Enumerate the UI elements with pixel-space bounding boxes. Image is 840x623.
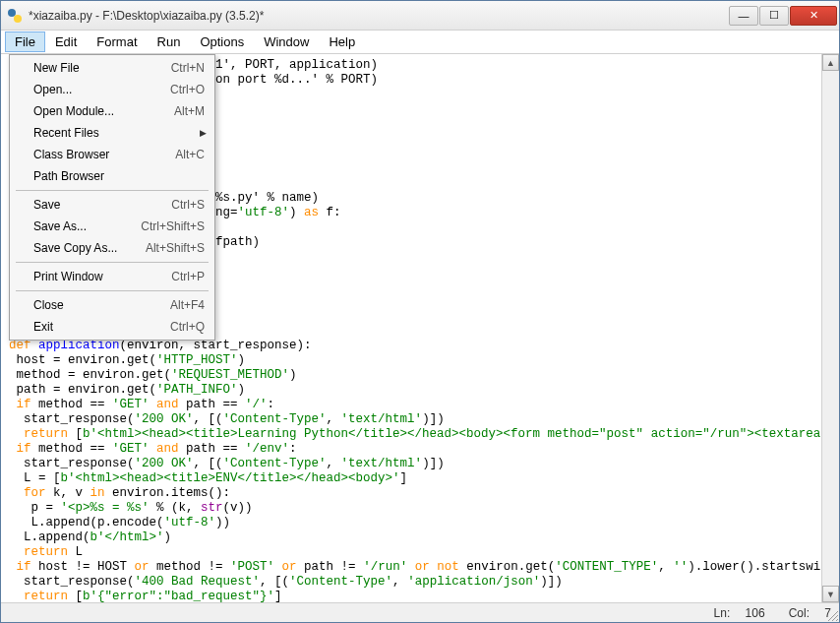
menu-options[interactable]: Options (190, 31, 254, 52)
submenu-arrow-icon: ▶ (200, 128, 207, 138)
menu-item-label: Print Window (33, 270, 159, 283)
code-text: %s.py' % name) (215, 191, 319, 205)
menu-item-label: Close (33, 298, 158, 312)
menu-item-label: Path Browser (33, 169, 205, 183)
statusbar: Ln: 106 Col: 7 (1, 602, 839, 622)
svg-point-1 (14, 15, 22, 23)
status-line: Ln: 106 (702, 606, 765, 620)
file-dropdown-menu: New FileCtrl+NOpen...Ctrl+OOpen Module..… (9, 54, 215, 341)
menu-item-save-copy-as[interactable]: Save Copy As...Alt+Shift+S (12, 237, 212, 259)
status-col: Col: 7 (777, 606, 831, 620)
app-window: *xiazaiba.py - F:\Desktop\xiazaiba.py (3… (0, 0, 840, 623)
code-text: 1', PORT, application) (215, 58, 378, 72)
menu-item-shortcut: Ctrl+P (171, 270, 205, 283)
resize-grip-icon[interactable] (826, 609, 838, 621)
content-area: 1', PORT, application) on port %d...' % … (1, 54, 839, 602)
menu-window[interactable]: Window (254, 31, 319, 52)
menu-item-shortcut: Alt+F4 (170, 298, 205, 312)
menu-item-new-file[interactable]: New FileCtrl+N (12, 57, 212, 79)
menu-item-close[interactable]: CloseAlt+F4 (12, 294, 212, 316)
menu-item-label: Save (33, 198, 159, 212)
menu-item-class-browser[interactable]: Class BrowserAlt+C (12, 144, 212, 165)
code-main-block: def application(environ, start_response)… (9, 339, 821, 602)
scroll-down-button[interactable]: ▼ (822, 586, 839, 602)
app-icon (7, 8, 23, 24)
menu-separator (16, 262, 209, 263)
minimize-button[interactable]: — (729, 6, 758, 26)
code-text: f: (319, 206, 341, 219)
window-controls: — ☐ ✕ (728, 6, 837, 26)
maximize-button[interactable]: ☐ (759, 6, 789, 26)
menu-item-print-window[interactable]: Print WindowCtrl+P (12, 266, 212, 287)
code-text: fpath) (215, 235, 260, 249)
titlebar: *xiazaiba.py - F:\Desktop\xiazaiba.py (3… (1, 1, 839, 31)
menu-item-path-browser[interactable]: Path Browser (12, 165, 212, 187)
menu-item-shortcut: Alt+Shift+S (146, 241, 205, 255)
menu-separator (16, 290, 209, 291)
menu-format[interactable]: Format (87, 31, 147, 52)
menu-item-shortcut: Alt+C (175, 148, 205, 161)
menu-item-shortcut: Ctrl+O (170, 83, 205, 96)
menu-separator (16, 190, 209, 191)
scroll-up-button[interactable]: ▲ (822, 54, 839, 71)
menu-item-label: Open Module... (33, 104, 162, 118)
menu-item-shortcut: Ctrl+S (171, 198, 205, 212)
code-text: on port %d...' % PORT) (215, 73, 378, 87)
menu-item-shortcut: Ctrl+N (171, 61, 205, 75)
menu-item-label: Class Browser (33, 148, 163, 161)
menu-item-save[interactable]: SaveCtrl+S (12, 194, 212, 216)
menu-item-label: Recent Files (33, 126, 205, 140)
menu-file[interactable]: File (5, 31, 45, 52)
menu-run[interactable]: Run (148, 31, 191, 52)
menu-item-label: Open... (33, 83, 158, 96)
code-text: as (304, 206, 319, 219)
menu-item-label: New File (33, 61, 159, 75)
code-text: ng= (215, 206, 238, 219)
menu-item-open-module[interactable]: Open Module...Alt+M (12, 100, 212, 122)
menu-item-save-as[interactable]: Save As...Ctrl+Shift+S (12, 216, 212, 237)
menu-item-label: Exit (33, 320, 158, 334)
menu-help[interactable]: Help (319, 31, 365, 52)
code-text: ) (289, 206, 304, 219)
menu-item-shortcut: Alt+M (174, 104, 205, 118)
menu-edit[interactable]: Edit (45, 31, 87, 52)
menu-item-label: Save As... (33, 219, 129, 233)
code-text: 'utf-8' (238, 206, 290, 219)
menu-item-shortcut: Ctrl+Q (170, 320, 205, 334)
close-button[interactable]: ✕ (790, 6, 837, 26)
menu-item-shortcut: Ctrl+Shift+S (141, 219, 205, 233)
vertical-scrollbar[interactable]: ▲ ▼ (821, 54, 839, 602)
window-title: *xiazaiba.py - F:\Desktop\xiazaiba.py (3… (29, 9, 728, 23)
menu-item-exit[interactable]: ExitCtrl+Q (12, 316, 212, 338)
menu-item-label: Save Copy As... (33, 241, 134, 255)
svg-point-0 (8, 9, 16, 17)
svg-line-4 (836, 619, 838, 621)
menubar: File Edit Format Run Options Window Help (1, 31, 839, 54)
menu-item-open[interactable]: Open...Ctrl+O (12, 79, 212, 100)
menu-item-recent-files[interactable]: Recent Files▶ (12, 122, 212, 144)
